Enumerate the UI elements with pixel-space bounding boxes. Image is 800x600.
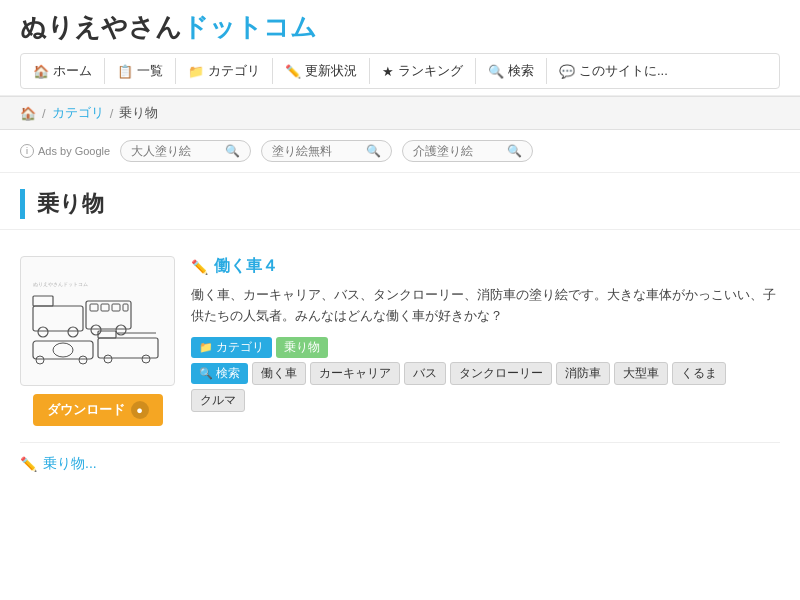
tag-car-carrier[interactable]: カーキャリア bbox=[310, 362, 400, 385]
main-content: ぬりえやさんドットコム bbox=[0, 230, 800, 489]
next-article-hint: ✏️ 乗り物... bbox=[20, 443, 780, 473]
search-tag-row: 🔍 検索 働く車 カーキャリア バス タンクローリー 消防車 大型車 くるま bbox=[191, 362, 780, 385]
svg-point-20 bbox=[142, 355, 150, 363]
nav-about[interactable]: 💬 このサイトに... bbox=[547, 58, 680, 84]
nav-category-label: カテゴリ bbox=[208, 62, 260, 80]
folder-icon: 📁 bbox=[188, 64, 204, 79]
category-label-tag: 📁 カテゴリ bbox=[191, 337, 272, 358]
nav-category[interactable]: 📁 カテゴリ bbox=[176, 58, 273, 84]
article-title-text: 働く車４ bbox=[214, 256, 278, 277]
article-card: ぬりえやさんドットコム bbox=[20, 246, 780, 443]
tag-ogata[interactable]: 大型車 bbox=[614, 362, 668, 385]
download-label: ダウンロード bbox=[47, 401, 125, 419]
svg-point-10 bbox=[91, 325, 101, 335]
svg-rect-9 bbox=[123, 304, 128, 311]
category-tag-row: 📁 カテゴリ 乗り物 bbox=[191, 337, 780, 358]
ads-search-btn-2[interactable]: 🔍 bbox=[366, 144, 381, 158]
search-label-tag: 🔍 検索 bbox=[191, 363, 248, 384]
nav-home[interactable]: 🏠 ホーム bbox=[21, 58, 105, 84]
tag-kuruma-katakana[interactable]: クルマ bbox=[191, 389, 245, 412]
main-nav: 🏠 ホーム 📋 一覧 📁 カテゴリ ✏️ 更新状況 ★ ランキング 🔍 検索 💬… bbox=[20, 53, 780, 89]
tag-kuruma[interactable]: くるま bbox=[672, 362, 726, 385]
ads-bar: i Ads by Google 🔍 🔍 🔍 bbox=[0, 130, 800, 173]
list-icon: 📋 bbox=[117, 64, 133, 79]
ads-search-input-3[interactable] bbox=[413, 144, 503, 158]
breadcrumb: 🏠 / カテゴリ / 乗り物 bbox=[0, 96, 800, 130]
thumbnail-svg: ぬりえやさんドットコム bbox=[28, 276, 168, 366]
nav-search[interactable]: 🔍 検索 bbox=[476, 58, 547, 84]
nav-list-label: 一覧 bbox=[137, 62, 163, 80]
site-header: ぬりえやさんドットコム 🏠 ホーム 📋 一覧 📁 カテゴリ ✏️ 更新状況 ★ … bbox=[0, 0, 800, 96]
page-title: 乗り物 bbox=[20, 189, 780, 219]
svg-rect-2 bbox=[33, 296, 53, 306]
article-description: 働く車、カーキャリア、バス、タンクローリー、消防車の塗り絵です。大きな車体がかっ… bbox=[191, 285, 780, 327]
ads-search-2[interactable]: 🔍 bbox=[261, 140, 392, 162]
article-info: ✏️ 働く車４ 働く車、カーキャリア、バス、タンクローリー、消防車の塗り絵です。… bbox=[191, 256, 780, 426]
nav-ranking-label: ランキング bbox=[398, 62, 463, 80]
search-tag-row-2: クルマ bbox=[191, 389, 780, 412]
svg-point-15 bbox=[79, 356, 87, 364]
next-edit-icon: ✏️ bbox=[20, 456, 37, 472]
nav-home-label: ホーム bbox=[53, 62, 92, 80]
nav-about-label: このサイトに... bbox=[579, 62, 668, 80]
site-title: ぬりえやさんドットコム bbox=[20, 10, 780, 45]
svg-point-14 bbox=[36, 356, 44, 364]
article-left-col: ぬりえやさんドットコム bbox=[20, 256, 175, 426]
article-thumbnail: ぬりえやさんドットコム bbox=[20, 256, 175, 386]
search-tag-icon: 🔍 bbox=[199, 367, 213, 380]
breadcrumb-home[interactable]: 🏠 bbox=[20, 106, 36, 121]
ads-label: i Ads by Google bbox=[20, 144, 110, 158]
svg-rect-8 bbox=[112, 304, 120, 311]
download-icon: ● bbox=[131, 401, 149, 419]
svg-text:ぬりえやさんドットコム: ぬりえやさんドットコム bbox=[33, 281, 88, 287]
tag-bus[interactable]: バス bbox=[404, 362, 446, 385]
ads-search-input-2[interactable] bbox=[272, 144, 362, 158]
nav-ranking[interactable]: ★ ランキング bbox=[370, 58, 476, 84]
ads-search-input-1[interactable] bbox=[131, 144, 221, 158]
tag-tanklory[interactable]: タンクローリー bbox=[450, 362, 552, 385]
svg-point-19 bbox=[104, 355, 112, 363]
star-icon: ★ bbox=[382, 64, 394, 79]
page-title-section: 乗り物 bbox=[0, 173, 800, 230]
nav-updates-label: 更新状況 bbox=[305, 62, 357, 80]
search-label-text: 検索 bbox=[216, 365, 240, 382]
ads-search-btn-1[interactable]: 🔍 bbox=[225, 144, 240, 158]
ads-search-1[interactable]: 🔍 bbox=[120, 140, 251, 162]
category-value-tag[interactable]: 乗り物 bbox=[276, 337, 328, 358]
breadcrumb-sep2: / bbox=[110, 106, 114, 121]
info-icon: i bbox=[20, 144, 34, 158]
home-icon: 🏠 bbox=[33, 64, 49, 79]
chat-icon: 💬 bbox=[559, 64, 575, 79]
search-icon: 🔍 bbox=[488, 64, 504, 79]
article-title: ✏️ 働く車４ bbox=[191, 256, 780, 277]
nav-search-label: 検索 bbox=[508, 62, 534, 80]
edit-icon: ✏️ bbox=[191, 259, 208, 275]
ads-search-btn-3[interactable]: 🔍 bbox=[507, 144, 522, 158]
breadcrumb-category[interactable]: カテゴリ bbox=[52, 104, 104, 122]
nav-updates[interactable]: ✏️ 更新状況 bbox=[273, 58, 370, 84]
next-hint-text: 乗り物... bbox=[43, 455, 97, 473]
site-title-accent: ドットコム bbox=[182, 12, 317, 42]
pencil-icon: ✏️ bbox=[285, 64, 301, 79]
svg-point-13 bbox=[53, 343, 73, 357]
ads-by-google: Ads by Google bbox=[38, 145, 110, 157]
download-button[interactable]: ダウンロード ● bbox=[33, 394, 163, 426]
nav-list[interactable]: 📋 一覧 bbox=[105, 58, 176, 84]
svg-point-3 bbox=[38, 327, 48, 337]
breadcrumb-current: 乗り物 bbox=[119, 104, 158, 122]
tag-shoubousha[interactable]: 消防車 bbox=[556, 362, 610, 385]
ads-search-3[interactable]: 🔍 bbox=[402, 140, 533, 162]
category-label-text: カテゴリ bbox=[216, 339, 264, 356]
tag-hataraku-kuruma[interactable]: 働く車 bbox=[252, 362, 306, 385]
category-icon: 📁 bbox=[199, 341, 213, 354]
site-title-main: ぬりえやさん bbox=[20, 12, 182, 42]
svg-rect-7 bbox=[101, 304, 109, 311]
breadcrumb-sep1: / bbox=[42, 106, 46, 121]
svg-rect-6 bbox=[90, 304, 98, 311]
svg-point-4 bbox=[68, 327, 78, 337]
